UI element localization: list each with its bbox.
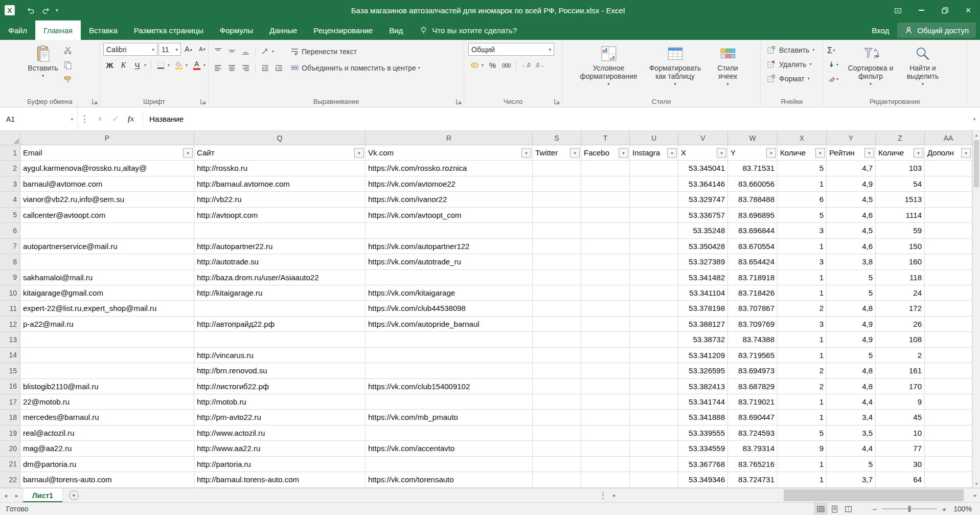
cell-T18[interactable]	[581, 410, 630, 425]
cell-S14[interactable]	[533, 348, 581, 363]
cell-V15[interactable]: 53.326595	[678, 363, 728, 378]
cell-S3[interactable]	[533, 176, 581, 192]
cell-T9[interactable]	[581, 270, 630, 285]
cell-S18[interactable]	[533, 410, 581, 425]
vertical-scroll-thumb[interactable]	[974, 140, 979, 187]
bold-button[interactable]: Ж	[103, 59, 116, 72]
vertical-scroll-track[interactable]	[973, 139, 980, 480]
cell-T17[interactable]	[581, 394, 630, 410]
cell-P14[interactable]	[20, 348, 194, 363]
undo-button[interactable]	[24, 4, 36, 16]
sort-filter-button[interactable]: А Я Сортировка и фильтр ▾	[844, 43, 897, 86]
cell-T13[interactable]	[581, 332, 630, 347]
cell-Z12[interactable]: 26	[876, 317, 925, 332]
increase-decimal-button[interactable]: ←,0	[519, 59, 532, 72]
cell-T7[interactable]	[581, 239, 630, 254]
cell-Q15[interactable]: http://brn.renovod.su	[194, 363, 366, 378]
cell-R7[interactable]: https://vk.com/autopartner122	[366, 239, 533, 254]
cell-Q17[interactable]: http://motob.ru	[194, 394, 366, 410]
cell-X8[interactable]: 3	[778, 254, 827, 270]
cell-Z13[interactable]: 108	[876, 332, 925, 347]
cell-U10[interactable]	[630, 285, 678, 301]
merge-dropdown-arrow[interactable]: ▾	[418, 65, 420, 70]
cell-X17[interactable]: 1	[778, 394, 827, 410]
sheet-tab-list1[interactable]: Лист1	[22, 488, 63, 502]
filter-button-R[interactable]: ▾	[521, 148, 531, 158]
format-cells-button[interactable]: Формат ▾	[764, 72, 814, 85]
format-dropdown-arrow[interactable]: ▾	[808, 76, 810, 81]
cell-AA15[interactable]	[925, 363, 972, 378]
vertical-scrollbar[interactable]: ▲ ▼	[972, 131, 980, 488]
cell-W1[interactable]: Y▾	[728, 145, 778, 161]
paste-button[interactable]: Вставить ▾	[26, 43, 60, 78]
ribbon-tab-2[interactable]: Вставка	[81, 20, 126, 40]
cell-AA18[interactable]	[925, 410, 972, 425]
cell-U1[interactable]: Instagra▾	[630, 145, 678, 161]
top-align-button[interactable]	[212, 45, 224, 58]
cell-W14[interactable]: 83.719565	[728, 348, 778, 363]
cell-S20[interactable]	[533, 441, 581, 456]
cell-X22[interactable]: 1	[778, 472, 827, 487]
restore-button[interactable]	[933, 0, 956, 20]
cell-R5[interactable]: https://vk.com/avtoopt_com	[366, 208, 533, 223]
insert-dropdown-arrow[interactable]: ▾	[812, 48, 814, 52]
cell-Z5[interactable]: 1114	[876, 208, 925, 223]
cell-Q1[interactable]: Сайт▾	[194, 145, 366, 161]
ribbon-display-options-button[interactable]	[886, 0, 909, 20]
find-select-button[interactable]: Найти и выделить ▾	[898, 43, 947, 86]
cell-Q20[interactable]: http://www.aa22.ru	[194, 441, 366, 456]
cell-AA3[interactable]	[925, 176, 972, 192]
cell-U14[interactable]	[630, 348, 678, 363]
cell-W17[interactable]: 83.719021	[728, 394, 778, 410]
page-layout-view-button[interactable]	[828, 503, 841, 515]
row-header-10[interactable]: 10	[0, 285, 20, 301]
cell-W16[interactable]: 83.687829	[728, 379, 778, 394]
cell-W22[interactable]: 83.724731	[728, 472, 778, 487]
cell-T4[interactable]	[581, 192, 630, 207]
sort-filter-dropdown-arrow[interactable]: ▾	[870, 82, 872, 86]
cell-U19[interactable]	[630, 426, 678, 441]
format-as-table-button[interactable]: Форматировать как таблицу ▾	[642, 43, 709, 86]
row-header-6[interactable]: 6	[0, 223, 20, 238]
cell-Y5[interactable]: 4,6	[827, 208, 876, 223]
row-header-22[interactable]: 22	[0, 472, 20, 487]
cell-P19[interactable]: real@actozil.ru	[20, 426, 194, 441]
cell-Y3[interactable]: 4,9	[827, 176, 876, 192]
borders-button[interactable]	[154, 59, 167, 72]
row-header-13[interactable]: 13	[0, 332, 20, 347]
row-header-11[interactable]: 11	[0, 301, 20, 316]
cell-Y11[interactable]: 4,8	[827, 301, 876, 316]
cell-W12[interactable]: 83.709769	[728, 317, 778, 332]
cell-Z8[interactable]: 160	[876, 254, 925, 270]
cell-P20[interactable]: mag@aa22.ru	[20, 441, 194, 456]
cell-P11[interactable]: expert-22@list.ru,expert_shop@mail.ru	[20, 301, 194, 316]
cell-Q5[interactable]: http://avtoopt.com	[194, 208, 366, 223]
column-header-U[interactable]: U	[630, 131, 678, 145]
cell-X7[interactable]: 1	[778, 239, 827, 254]
cell-W3[interactable]: 83.660056	[728, 176, 778, 192]
cell-V3[interactable]: 53.364146	[678, 176, 728, 192]
cell-U13[interactable]	[630, 332, 678, 347]
cell-W10[interactable]: 83.718426	[728, 285, 778, 301]
cell-V20[interactable]: 53.334559	[678, 441, 728, 456]
cell-T14[interactable]	[581, 348, 630, 363]
cell-AA10[interactable]	[925, 285, 972, 301]
cell-Z9[interactable]: 118	[876, 270, 925, 285]
cell-U4[interactable]	[630, 192, 678, 207]
scrollbar-splitter[interactable]	[602, 492, 604, 499]
cell-U16[interactable]	[630, 379, 678, 394]
row-header-5[interactable]: 5	[0, 208, 20, 223]
orientation-dropdown-arrow[interactable]: ▾	[272, 49, 274, 54]
column-header-V[interactable]: V	[678, 131, 728, 145]
cell-U8[interactable]	[630, 254, 678, 270]
cell-R15[interactable]	[366, 363, 533, 378]
filter-button-AA[interactable]: ▾	[961, 148, 971, 158]
row-header-18[interactable]: 18	[0, 410, 20, 425]
cell-AA2[interactable]	[925, 161, 972, 176]
cell-X20[interactable]: 9	[778, 441, 827, 456]
zoom-slider-thumb[interactable]	[908, 506, 911, 512]
row-header-1[interactable]: 1	[0, 145, 20, 161]
cell-P3[interactable]: barnaul@avtomoe.com	[20, 176, 194, 192]
cell-R21[interactable]	[366, 457, 533, 472]
font-color-dropdown-arrow[interactable]: ▾	[203, 63, 206, 68]
